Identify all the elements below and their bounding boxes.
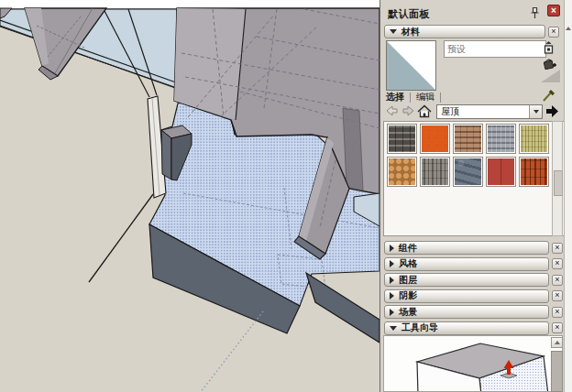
- collection-dropdown[interactable]: 屋顶: [436, 104, 543, 119]
- dropdown-arrow-icon[interactable]: [529, 105, 542, 118]
- material-swatch[interactable]: [519, 124, 549, 154]
- material-swatch[interactable]: [453, 124, 483, 154]
- tray-titlebar[interactable]: 默认面板 ×: [384, 4, 563, 22]
- tab-edit[interactable]: 编辑: [416, 91, 434, 103]
- expand-arrow-icon: [390, 260, 394, 267]
- section-components[interactable]: 组件 ×: [384, 241, 563, 255]
- default-tray-panel: 默认面板 × 材料 × 选择 编辑: [380, 0, 572, 392]
- section-close-icon[interactable]: ×: [552, 243, 563, 254]
- section-close-icon[interactable]: ×: [552, 258, 563, 269]
- material-preview[interactable]: [386, 40, 436, 91]
- collapse-arrow-icon: [390, 326, 397, 331]
- expand-arrow-icon: [390, 309, 394, 316]
- tab-select[interactable]: 选择: [386, 91, 404, 103]
- tray-title: 默认面板: [388, 7, 430, 21]
- materials-body: [384, 40, 566, 88]
- home-icon[interactable]: [417, 104, 432, 120]
- material-swatch[interactable]: [486, 157, 516, 187]
- section-close-icon[interactable]: ×: [552, 290, 563, 301]
- section-styles[interactable]: 风格 ×: [384, 257, 563, 271]
- section-scenes[interactable]: 场景 ×: [384, 305, 563, 319]
- material-swatch-list[interactable]: [383, 121, 565, 236]
- tray-sections: 组件 × 风格 × 图层 × 阴影 × 场景 × 工具向导 ×: [380, 241, 572, 337]
- collection-nav: 屋顶: [386, 103, 559, 120]
- back-arrow-icon[interactable]: [386, 104, 399, 119]
- expand-arrow-icon: [390, 245, 394, 252]
- material-swatch[interactable]: [420, 124, 450, 154]
- swatch-scrollbar[interactable]: [552, 121, 563, 236]
- sample-paint-icon[interactable]: [541, 87, 557, 103]
- material-swatch[interactable]: [387, 124, 417, 154]
- instructor-scrollbar-thumb[interactable]: [551, 351, 563, 392]
- scroll-up-icon[interactable]: [551, 337, 563, 348]
- material-swatch[interactable]: [519, 157, 549, 187]
- material-swatch[interactable]: [387, 157, 417, 187]
- secondary-pane-icon[interactable]: [542, 40, 560, 57]
- material-swatch[interactable]: [453, 157, 483, 187]
- collection-value: 屋顶: [437, 105, 529, 118]
- material-name-field[interactable]: [444, 40, 546, 58]
- beam-band[interactable]: [343, 108, 363, 191]
- pin-icon[interactable]: [529, 6, 541, 20]
- tray-scroll-up-icon[interactable]: [565, 24, 572, 33]
- instructor-scrollbar[interactable]: [551, 337, 563, 392]
- section-close-icon[interactable]: ×: [552, 322, 563, 333]
- instructor-content: [383, 335, 563, 392]
- collapse-arrow-icon: [390, 29, 397, 34]
- modeling-viewport[interactable]: [0, 0, 380, 392]
- material-swatch[interactable]: [420, 157, 450, 187]
- expand-arrow-icon: [390, 277, 394, 284]
- close-icon[interactable]: ×: [547, 5, 560, 16]
- swatch-scrollbar-thumb[interactable]: [554, 170, 563, 196]
- expand-arrow-icon: [390, 292, 394, 299]
- section-materials-header[interactable]: 材料 ×: [384, 25, 559, 38]
- section-close-icon[interactable]: ×: [552, 275, 563, 286]
- section-close-icon[interactable]: ×: [548, 27, 559, 38]
- section-shadows[interactable]: 阴影 ×: [384, 289, 563, 303]
- instructor-illustration: [391, 338, 556, 392]
- section-close-icon[interactable]: ×: [552, 307, 563, 318]
- scene-3d[interactable]: [0, 0, 380, 392]
- toolbar-strip: [0, 0, 380, 8]
- material-swatch[interactable]: [486, 124, 516, 154]
- secondary-preview-triangle: [541, 70, 560, 82]
- section-instructor[interactable]: 工具向导 ×: [384, 321, 563, 335]
- forward-arrow-icon[interactable]: [402, 104, 414, 119]
- tray-scrollbar[interactable]: [564, 0, 572, 392]
- materials-tabs: 选择 编辑: [386, 91, 559, 103]
- section-layers[interactable]: 图层 ×: [384, 273, 563, 287]
- details-arrow-icon[interactable]: [545, 104, 559, 120]
